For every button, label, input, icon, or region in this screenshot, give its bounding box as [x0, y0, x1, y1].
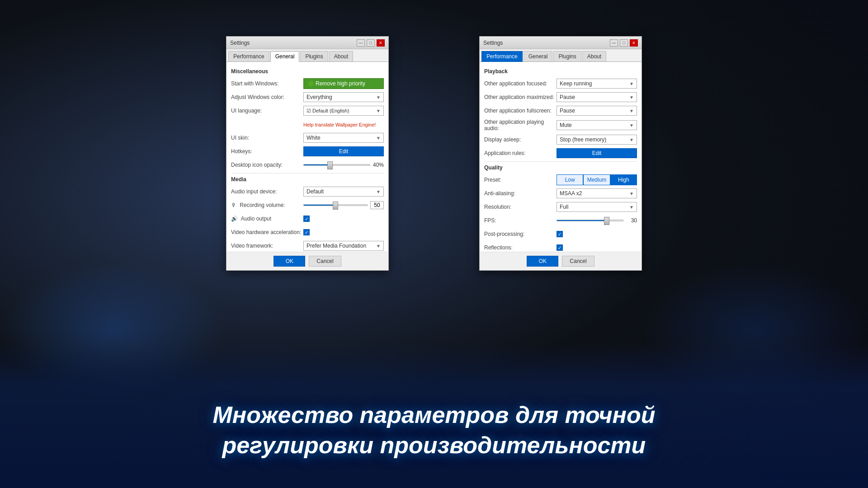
tab-about-w1[interactable]: About	[329, 51, 353, 61]
window1-maximize-button[interactable]: □	[367, 39, 375, 47]
tab-general-w2[interactable]: General	[524, 51, 553, 61]
tab-plugins-w1[interactable]: Plugins	[300, 51, 328, 61]
windows-container: Settings — □ ✕ Performance General Plugi…	[0, 0, 868, 488]
dropdown-video-framework-arrow: ▼	[376, 244, 381, 249]
desktop-opacity-thumb[interactable]	[327, 161, 333, 169]
window2-ok-button[interactable]: OK	[527, 256, 558, 267]
window1-cancel-button[interactable]: Cancel	[309, 256, 341, 267]
row-ui-skin: UI skin: White ▼	[231, 132, 384, 143]
label-hotkeys: Hotkeys:	[231, 148, 303, 155]
label-app-playing-audio: Other application playing audio:	[484, 119, 557, 131]
recording-volume-track[interactable]	[303, 204, 368, 206]
row-post-processing: Post-processing: ✓	[484, 229, 637, 239]
checkbox-post-processing[interactable]: ✓	[557, 231, 563, 237]
settings-window-general: Settings — □ ✕ Performance General Plugi…	[226, 36, 389, 271]
window1-minimize-button[interactable]: —	[357, 39, 365, 47]
window2-title: Settings	[483, 40, 503, 46]
checkbox-reflections[interactable]: ✓	[557, 244, 563, 251]
settings-window-performance: Settings — □ ✕ Performance General Plugi…	[479, 36, 642, 271]
dropdown-lang-arrow: ▼	[376, 108, 381, 113]
dropdown-ui-language[interactable]: ☑ Default (English) ▼	[303, 106, 384, 116]
dropdown-app-maximized[interactable]: Pause ▼	[557, 92, 637, 102]
tab-performance-w2[interactable]: Performance	[481, 51, 523, 62]
dropdown-skin-value: White	[307, 135, 321, 141]
row-reflections: Reflections: ✓	[484, 242, 637, 252]
preset-low-button[interactable]: Low	[557, 174, 583, 185]
dropdown-audio-input[interactable]: Default ▼	[303, 187, 384, 197]
label-app-focused: Other application focused:	[484, 80, 557, 87]
window2-tab-bar: Performance General Plugins About	[480, 49, 642, 62]
dropdown-app-fullscreen[interactable]: Pause ▼	[557, 106, 637, 116]
dropdown-app-focused[interactable]: Keep running ▼	[557, 79, 637, 89]
hotkeys-edit-button[interactable]: Edit	[303, 146, 384, 156]
window1-ok-button[interactable]: OK	[274, 256, 305, 267]
row-app-rules: Application rules: Edit	[484, 148, 637, 159]
help-translate-link[interactable]: Help translate Wallpaper Engine!	[303, 122, 376, 127]
row-adjust-windows-color: Adjust Windows color: Everything ▼	[231, 92, 384, 103]
control-help-translate: Help translate Wallpaper Engine!	[303, 121, 384, 128]
control-fps: 30	[557, 217, 637, 224]
row-app-fullscreen: Other application fullscreen: Pause ▼	[484, 105, 637, 116]
label-ui-language: UI language:	[231, 108, 303, 114]
window2-controls: — □ ✕	[610, 39, 638, 47]
tab-general-w1[interactable]: General	[270, 51, 300, 62]
window1-titlebar: Settings — □ ✕	[226, 37, 388, 49]
preset-high-button[interactable]: High	[610, 174, 637, 185]
tab-about-w2[interactable]: About	[582, 51, 606, 61]
dropdown-anti-aliasing[interactable]: MSAA x2 ▼	[557, 188, 637, 198]
control-recording-volume: 50	[303, 201, 384, 209]
start-windows-label: Remove high priority	[316, 80, 365, 87]
window1-content: Miscellaneous Start with Windows: Remove…	[226, 62, 388, 252]
tab-plugins-w2[interactable]: Plugins	[553, 51, 581, 61]
control-reflections: ✓	[557, 244, 637, 251]
control-app-playing-audio: Mute ▼	[557, 120, 637, 130]
dropdown-resolution[interactable]: Full ▼	[557, 202, 637, 212]
row-recording-volume: 🎙 Recording volume: 50	[231, 200, 384, 211]
app-rules-edit-button[interactable]: Edit	[557, 148, 637, 158]
label-recording-volume: 🎙 Recording volume:	[231, 202, 303, 208]
checkbox-audio-output[interactable]: ✓	[303, 216, 310, 222]
dropdown-ui-skin[interactable]: White ▼	[303, 133, 384, 143]
window2-minimize-button[interactable]: —	[610, 39, 618, 47]
window2-maximize-button[interactable]: □	[620, 39, 628, 47]
dropdown-video-framework[interactable]: Prefer Media Foundation ▼	[303, 241, 384, 251]
row-resolution: Resolution: Full ▼	[484, 202, 637, 212]
label-video-hw-accel: Video hardware acceleration:	[231, 229, 303, 235]
row-hotkeys: Hotkeys: Edit	[231, 146, 384, 157]
control-app-fullscreen: Pause ▼	[557, 106, 637, 116]
control-resolution: Full ▼	[557, 202, 637, 212]
row-display-asleep: Display asleep: Stop (free memory) ▼	[484, 134, 637, 145]
start-with-windows-button[interactable]: Remove high priority	[303, 78, 384, 89]
recording-volume-value: 50	[370, 201, 384, 209]
window1-close-button[interactable]: ✕	[377, 39, 385, 47]
dropdown-app-playing-audio[interactable]: Mute ▼	[557, 120, 637, 130]
dropdown-adjust-color-value: Everything	[307, 94, 332, 100]
label-app-maximized: Other application maximized:	[484, 94, 557, 100]
fps-thumb[interactable]	[604, 217, 609, 225]
label-adjust-color: Adjust Windows color:	[231, 94, 303, 100]
window1-title: Settings	[230, 40, 250, 46]
control-app-focused: Keep running ▼	[557, 79, 637, 89]
control-audio-input: Default ▼	[303, 187, 384, 197]
window1-controls: — □ ✕	[357, 39, 385, 47]
tab-performance-w1[interactable]: Performance	[228, 51, 269, 61]
checkbox-video-hw-accel[interactable]: ✓	[303, 229, 310, 235]
window2-cancel-button[interactable]: Cancel	[562, 256, 594, 267]
dropdown-display-asleep[interactable]: Stop (free memory) ▼	[557, 135, 637, 145]
dropdown-app-focused-arrow: ▼	[629, 81, 634, 86]
control-video-hw-accel: ✓	[303, 229, 384, 235]
dropdown-app-fullscreen-value: Pause	[560, 108, 575, 114]
row-audio-input: Audio input device: Default ▼	[231, 186, 384, 197]
desktop-opacity-value: 40%	[373, 162, 384, 168]
recording-volume-thumb[interactable]	[333, 202, 338, 210]
preset-medium-button[interactable]: Medium	[583, 174, 610, 185]
label-fps: FPS:	[484, 217, 557, 224]
dropdown-app-maximized-value: Pause	[560, 94, 575, 100]
section-playback-header: Playback	[484, 68, 637, 75]
control-adjust-color: Everything ▼	[303, 92, 384, 102]
dropdown-adjust-color[interactable]: Everything ▼	[303, 92, 384, 102]
window2-close-button[interactable]: ✕	[630, 39, 638, 47]
fps-track[interactable]	[557, 220, 623, 221]
desktop-opacity-track[interactable]	[303, 164, 370, 166]
control-hotkeys: Edit	[303, 146, 384, 156]
